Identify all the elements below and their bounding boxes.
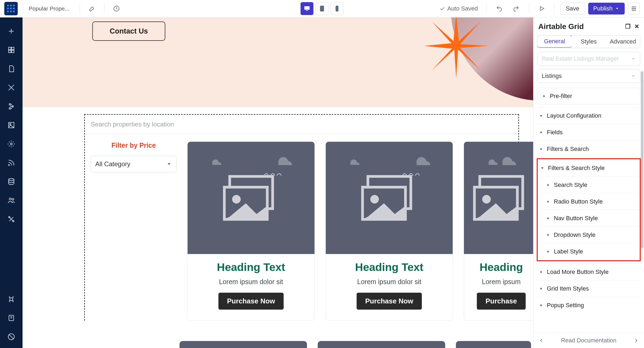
data-panel[interactable]	[4, 174, 19, 189]
settings-button[interactable]	[85, 2, 99, 15]
chevron-left-icon	[538, 338, 544, 343]
section-layout[interactable]: Layout Configuration	[537, 107, 640, 124]
section-nav-style[interactable]: Nav Button Style	[538, 210, 639, 226]
tab-advanced[interactable]: Advanced	[606, 35, 640, 48]
chevron-right-icon	[542, 94, 547, 99]
base-select-label: Real Estate Listings Manager	[542, 55, 619, 62]
table-select[interactable]: Listings	[537, 69, 640, 83]
book-icon	[7, 314, 15, 322]
menu-button[interactable]	[628, 3, 640, 15]
category-select[interactable]: All Category	[91, 156, 177, 172]
svg-point-25	[232, 195, 241, 204]
grid-card[interactable]: Heading Text Lorem ipsum dolor sit Purch…	[325, 142, 453, 321]
page-title[interactable]: Popular Prope...	[29, 5, 74, 12]
grid-card-peek[interactable]	[318, 341, 445, 348]
section-filters-search[interactable]: Filters & Search	[537, 140, 640, 157]
section-popup[interactable]: Popup Setting	[537, 297, 640, 313]
section-griditem[interactable]: Grid Item Styles	[537, 280, 640, 297]
docs-panel[interactable]	[4, 310, 19, 325]
section-label: Filters & Search Style	[548, 165, 605, 172]
no-icon	[7, 333, 15, 341]
save-button[interactable]: Save	[560, 3, 585, 15]
purchase-button[interactable]: Purchase	[477, 293, 525, 310]
shortcuts-panel[interactable]	[4, 292, 19, 307]
section-filters-search-style[interactable]: Filters & Search Style	[538, 160, 639, 176]
search-input[interactable]	[91, 121, 513, 128]
desktop-device-button[interactable]	[301, 2, 313, 15]
undo-button[interactable]	[493, 2, 506, 15]
close-icon[interactable]: ✕	[634, 23, 639, 30]
purchase-button[interactable]: Purchase Now	[357, 293, 422, 310]
left-rail	[0, 0, 23, 348]
inspector-scrollbar[interactable]	[641, 71, 643, 248]
svg-point-12	[10, 124, 11, 125]
birds-icon	[264, 172, 282, 179]
section-fields[interactable]: Fields	[537, 124, 640, 140]
card-text: Lorem ipsum	[469, 278, 533, 286]
section-radio-style[interactable]: Radio Button Style	[538, 193, 639, 210]
section-label: Load More Button Style	[547, 269, 609, 276]
copy-icon[interactable]: ❐	[625, 23, 631, 30]
grid-card-peek[interactable]	[456, 341, 531, 348]
cloud-icon	[271, 151, 298, 166]
svg-point-13	[10, 143, 12, 145]
undo-icon	[496, 5, 503, 12]
section-label-style[interactable]: Label Style	[538, 243, 639, 260]
tablet-device-button[interactable]	[316, 2, 328, 15]
navigator-panel[interactable]	[4, 99, 19, 114]
app-logo[interactable]	[4, 2, 18, 15]
add-panel[interactable]	[4, 24, 19, 39]
widgets-panel[interactable]	[4, 42, 19, 57]
search-row	[85, 115, 518, 134]
theme-panel[interactable]	[4, 136, 19, 151]
tools-panel[interactable]	[4, 212, 19, 227]
grid-card-peek[interactable]	[180, 341, 307, 348]
contact-us-button[interactable]: Contact Us	[92, 21, 165, 41]
blog-panel[interactable]	[4, 155, 19, 170]
svg-rect-2	[306, 10, 308, 11]
grid-body: Filter by Price All Category	[85, 134, 518, 321]
section-prefilter[interactable]: Pre-filter	[537, 88, 640, 104]
svg-rect-8	[12, 47, 14, 50]
svg-rect-1	[304, 6, 310, 10]
design-panel[interactable]	[4, 80, 19, 95]
section-search-style[interactable]: Search Style	[538, 176, 639, 193]
airtable-grid-widget[interactable]: Filter by Price All Category	[84, 114, 519, 321]
chevron-right-icon	[539, 270, 544, 274]
history-button[interactable]	[110, 2, 123, 15]
users-panel[interactable]	[4, 193, 19, 208]
pages-panel[interactable]	[4, 61, 19, 76]
image-icon	[7, 121, 15, 129]
card-body: Heading Text Lorem ipsum dolor sit Purch…	[326, 254, 453, 320]
inspector-footer[interactable]: Read Documentation	[533, 332, 644, 348]
publish-button[interactable]: Publish	[588, 3, 625, 15]
footer-label: Read Documentation	[561, 337, 617, 344]
tab-general[interactable]: General	[537, 35, 572, 48]
rss-icon	[7, 159, 15, 167]
purchase-button[interactable]: Purchase Now	[218, 293, 284, 310]
card-heading: Heading Text	[331, 261, 447, 274]
page-icon	[7, 65, 15, 73]
chevron-right-icon	[546, 183, 551, 187]
divider	[486, 3, 487, 14]
grid-card[interactable]: Heading Text Lorem ipsum dolor sit Purch…	[187, 142, 315, 321]
grid-card[interactable]: Heading Lorem ipsum Purchase	[464, 142, 539, 321]
image-placeholder-icon	[222, 174, 281, 222]
media-panel[interactable]	[4, 118, 19, 133]
help-panel[interactable]	[4, 329, 19, 344]
svg-point-29	[370, 195, 379, 204]
card-body: Heading Lorem ipsum Purchase	[464, 254, 539, 320]
starburst-decoration	[424, 17, 488, 78]
chevron-right-icon	[546, 249, 551, 254]
redo-button[interactable]	[509, 2, 523, 15]
base-select[interactable]: Real Estate Listings Manager	[537, 52, 640, 66]
section-loadmore[interactable]: Load More Button Style	[537, 263, 640, 280]
tab-styles[interactable]: Styles	[572, 35, 606, 48]
card-body: Heading Text Lorem ipsum dolor sit Purch…	[188, 254, 314, 320]
section-label: Filters & Search	[547, 146, 589, 153]
mobile-device-button[interactable]	[331, 2, 343, 15]
card-heading: Heading Text	[193, 261, 309, 274]
section-dropdown-style[interactable]: Dropdown Style	[538, 226, 639, 243]
card-text: Lorem ipsum dolor sit	[193, 278, 309, 286]
preview-button[interactable]	[535, 2, 548, 15]
